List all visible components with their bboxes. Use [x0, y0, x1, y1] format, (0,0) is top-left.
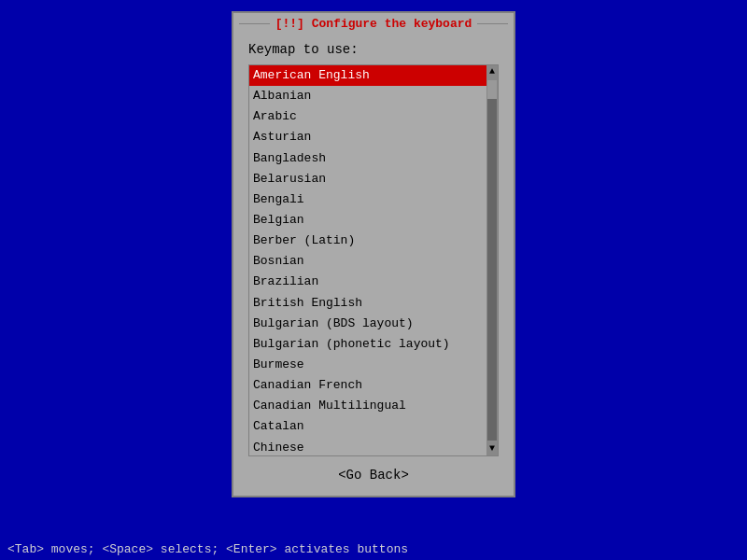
list-item[interactable]: Bulgarian (phonetic layout)	[249, 334, 486, 355]
keymap-list[interactable]: American EnglishAlbanianArabicAsturianBa…	[249, 65, 486, 455]
dialog-content: Keymap to use: American EnglishAlbanianA…	[233, 35, 514, 496]
list-item[interactable]: Arabic	[249, 106, 486, 127]
list-item[interactable]: Chinese	[249, 438, 486, 455]
title-border-left	[239, 23, 270, 24]
list-item[interactable]: Canadian French	[249, 375, 486, 396]
list-item[interactable]: Burmese	[249, 355, 486, 375]
list-item[interactable]: Belarusian	[249, 169, 486, 189]
list-item[interactable]: Bangladesh	[249, 148, 486, 169]
list-item[interactable]: American English	[249, 65, 486, 86]
list-item[interactable]: Canadian Multilingual	[249, 396, 486, 416]
go-back-area: <Go Back>	[248, 466, 499, 484]
list-item[interactable]: Belgian	[249, 210, 486, 231]
go-back-button[interactable]: <Go Back>	[331, 466, 416, 484]
list-item[interactable]: Catalan	[249, 416, 486, 437]
status-bar: <Tab> moves; <Space> selects; <Enter> ac…	[0, 539, 747, 560]
list-item[interactable]: Bosnian	[249, 251, 486, 272]
list-item[interactable]: Brazilian	[249, 272, 486, 292]
list-item[interactable]: Asturian	[249, 127, 486, 147]
scroll-thumb	[487, 80, 497, 99]
list-item[interactable]: British English	[249, 293, 486, 314]
dialog-title-bar: [!!] Configure the keyboard	[233, 13, 514, 35]
scroll-up-arrow[interactable]: ▲	[489, 65, 495, 78]
configure-keyboard-dialog: [!!] Configure the keyboard Keymap to us…	[232, 11, 515, 497]
scrollbar[interactable]: ▲ ▼	[486, 65, 498, 455]
keymap-label: Keymap to use:	[248, 42, 499, 57]
list-item[interactable]: Berber (Latin)	[249, 231, 486, 251]
dialog-title: [!!] Configure the keyboard	[270, 17, 478, 31]
list-item[interactable]: Bengali	[249, 189, 486, 210]
status-bar-text: <Tab> moves; <Space> selects; <Enter> ac…	[7, 542, 408, 556]
title-border-right	[477, 23, 508, 24]
list-item[interactable]: Bulgarian (BDS layout)	[249, 314, 486, 334]
scroll-down-arrow[interactable]: ▼	[489, 442, 495, 455]
list-item[interactable]: Albanian	[249, 86, 486, 106]
scroll-track	[487, 80, 497, 441]
keymap-list-container: American EnglishAlbanianArabicAsturianBa…	[248, 64, 499, 456]
